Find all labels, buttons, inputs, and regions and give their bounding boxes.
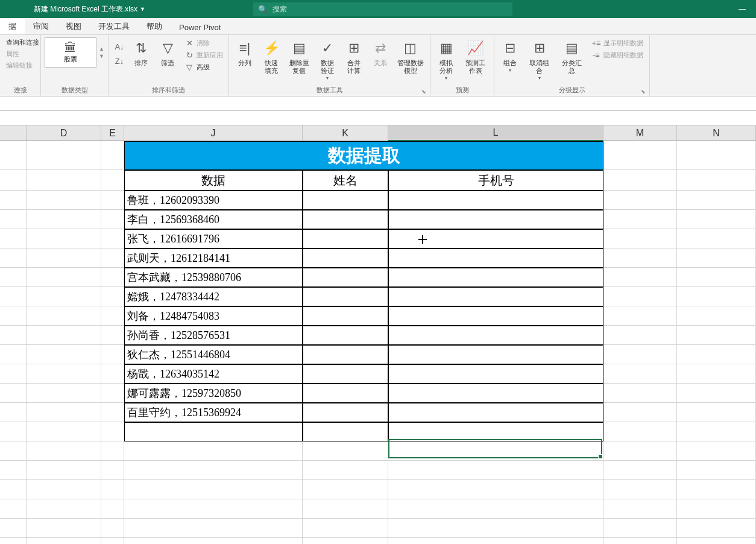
cell-name[interactable] [303,229,388,248]
cell[interactable] [124,422,303,441]
cell[interactable] [677,268,756,287]
cell-data[interactable]: 狄仁杰，12551446804 [124,345,303,364]
cell[interactable] [677,499,756,519]
cell[interactable] [101,191,124,210]
cell[interactable] [0,141,27,170]
cell-data[interactable]: 杨戬，12634035142 [124,364,303,384]
cell[interactable] [603,384,677,403]
filter-button[interactable]: ▽ 筛选 [156,37,180,68]
cell-data[interactable]: 娜可露露，12597320850 [124,384,303,403]
cell[interactable] [388,480,603,499]
ungroup-button[interactable]: ⊞取消组合▾ [524,37,555,82]
cell-phone[interactable] [388,403,603,422]
edit-links-button[interactable]: 编辑链接 [4,60,42,71]
cell[interactable] [0,268,27,287]
cell[interactable] [101,141,124,170]
cell-phone[interactable] [388,287,603,306]
document-title[interactable]: 新建 Microsoft Excel 工作表.xlsx ▼ [34,4,145,14]
scroll-up-icon[interactable]: ▲ [99,46,104,52]
minimize-button[interactable]: — [728,0,756,18]
subtotal-button[interactable]: ▤分类汇总 [557,37,587,76]
cell[interactable] [27,248,101,268]
cell[interactable] [303,538,388,544]
cell[interactable] [27,422,101,441]
cell[interactable] [0,384,27,403]
cell[interactable] [101,229,124,248]
cell[interactable] [101,170,124,191]
cell-name[interactable] [303,210,388,229]
cell-data[interactable]: 鲁班，12602093390 [124,191,303,210]
cell-data[interactable]: 百里守约，12515369924 [124,403,303,422]
col-header-M[interactable]: M [603,125,677,141]
cell[interactable] [27,538,101,544]
cell-data[interactable]: 宫本武藏，12539880706 [124,268,303,287]
cell[interactable] [603,326,677,345]
worksheet[interactable]: D E J K L M N 数据提取 数据 姓名 手机号 鲁班，12602093… [0,125,756,544]
cell[interactable] [27,268,101,287]
cell[interactable] [27,287,101,306]
cell[interactable] [603,480,677,499]
cell-name[interactable] [303,345,388,364]
tab-help[interactable]: 帮助 [138,18,171,34]
reapply-button[interactable]: ↻重新应用 [182,49,225,60]
search-box[interactable]: 🔍 搜索 [253,2,512,16]
cell[interactable] [101,441,124,461]
cell[interactable] [124,461,303,480]
col-header-N[interactable]: N [677,125,756,141]
data-validation-button[interactable]: ✓数据验证▾ [315,37,339,82]
cell-phone[interactable] [388,191,603,210]
dialog-launcher-icon[interactable]: ⬊ [421,89,426,95]
cell[interactable] [0,480,27,499]
cell[interactable] [27,210,101,229]
whatif-button[interactable]: ▦模拟分析▾ [434,37,458,82]
cell[interactable] [677,403,756,422]
cell[interactable] [603,170,677,191]
cell[interactable] [677,441,756,461]
dialog-launcher-icon[interactable]: ⬊ [641,89,646,95]
cell-data[interactable]: 刘备，12484754083 [124,306,303,326]
cell[interactable] [27,461,101,480]
cell[interactable] [677,170,756,191]
consolidate-button[interactable]: ⊞合并计算 [342,37,366,76]
cell-name[interactable] [303,364,388,384]
cell-data[interactable]: 嫦娥，12478334442 [124,287,303,306]
cell[interactable] [677,306,756,326]
group-button[interactable]: ⊟组合▾ [498,37,522,74]
tab-review[interactable]: 审阅 [25,18,57,34]
col-header-D[interactable]: D [27,125,101,141]
cell[interactable] [388,461,603,480]
cell[interactable] [0,499,27,519]
cell[interactable] [603,499,677,519]
cell[interactable] [0,364,27,384]
cell-phone[interactable] [388,229,603,248]
cell-data[interactable]: 孙尚香，12528576531 [124,326,303,345]
cell[interactable] [0,210,27,229]
remove-duplicates-button[interactable]: ▤删除重复值 [286,37,313,76]
cell[interactable] [603,141,677,170]
cell[interactable] [603,519,677,538]
cell-name[interactable] [303,306,388,326]
cell[interactable] [677,538,756,544]
cell[interactable] [0,229,27,248]
forecast-sheet-button[interactable]: 📈预测工作表 [461,37,490,76]
tab-dev-tools[interactable]: 开发工具 [90,18,138,34]
cell[interactable] [603,364,677,384]
cell[interactable] [677,141,756,170]
clear-button[interactable]: ✕清除 [182,37,225,48]
cell[interactable] [27,441,101,461]
header-name[interactable]: 姓名 [303,170,388,191]
cell[interactable] [27,403,101,422]
cell[interactable] [603,248,677,268]
cell[interactable] [677,480,756,499]
cell[interactable] [603,191,677,210]
cell[interactable] [603,268,677,287]
cell[interactable] [0,345,27,364]
cell[interactable] [101,480,124,499]
flash-fill-button[interactable]: ⚡快速填充 [259,37,283,76]
cell[interactable] [27,141,101,170]
cell[interactable] [388,538,603,544]
cell[interactable] [27,229,101,248]
cell-name[interactable] [303,191,388,210]
scroll-down-icon[interactable]: ▼ [99,53,104,59]
cell[interactable] [303,441,388,461]
